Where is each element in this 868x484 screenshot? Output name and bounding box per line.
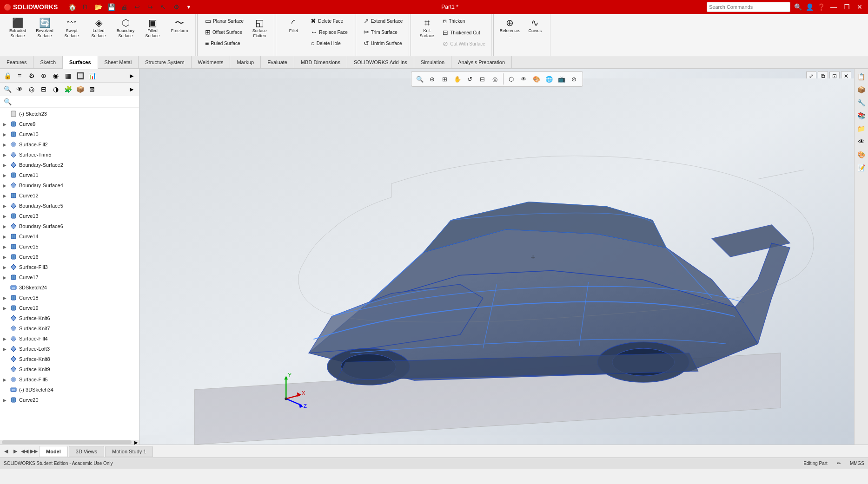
surface-flatten-button[interactable]: ◱ SurfaceFlatten: [248, 16, 271, 41]
btab-motion-study-1[interactable]: Motion Study 1: [105, 446, 153, 457]
tree-arrow-surface-loft3[interactable]: ▶: [3, 347, 9, 352]
rp-feature-palette[interactable]: 📋: [856, 71, 867, 82]
tree-item-surface-knit8[interactable]: Surface-Knit8: [1, 354, 138, 364]
filled-surface-button[interactable]: ▣ FilledSurface: [139, 16, 166, 41]
vp-zoom-in[interactable]: ⊕: [427, 73, 438, 85]
btab-nav2[interactable]: ◀◀: [20, 447, 29, 456]
search-icon[interactable]: 🔍: [794, 3, 802, 11]
lp-parts[interactable]: 🧩: [62, 84, 73, 95]
tree-arrow-curve20[interactable]: ▶: [3, 398, 9, 403]
boundary-surface-button[interactable]: ⬡ BoundarySurface: [113, 16, 139, 41]
lofted-surface-button[interactable]: ◈ LoftedSurface: [86, 16, 112, 41]
edit-icon[interactable]: ✏: [837, 461, 841, 466]
lp-filter-hide[interactable]: 👁: [14, 84, 25, 95]
tree-item-curve17[interactable]: ▶Curve17: [1, 272, 138, 282]
tree-arrow-curve9[interactable]: ▶: [3, 122, 9, 127]
vp-zoom-fit[interactable]: 🔍: [414, 73, 425, 85]
tab-evaluate[interactable]: Evaluate: [261, 56, 294, 69]
tree-arrow-curve15[interactable]: ▶: [3, 244, 9, 249]
untrim-surface-button[interactable]: ↺ Untrim Surface: [360, 38, 406, 48]
vp-display-style[interactable]: ⬡: [506, 73, 517, 85]
tree-item-boundary-surface5[interactable]: ▶Boundary-Surface5: [1, 201, 138, 211]
delete-hole-button[interactable]: ○ Delete Hole: [307, 38, 351, 48]
reference-button[interactable]: ⊕ Reference...: [498, 16, 522, 41]
lp-search[interactable]: 🔍: [2, 84, 13, 95]
vp-viewport-settings[interactable]: 📺: [556, 73, 567, 85]
tree-arrow-curve17[interactable]: ▶: [3, 275, 9, 280]
tree-item-curve9[interactable]: ▶Curve9: [1, 119, 138, 129]
restore-button[interactable]: ❐: [842, 2, 851, 12]
lp-isolate[interactable]: ◑: [50, 84, 61, 95]
close-button[interactable]: ✕: [855, 2, 864, 12]
tab-simulation[interactable]: Simulation: [414, 56, 451, 69]
tree-item-surface-knit7[interactable]: Surface-Knit7: [1, 323, 138, 334]
tree-arrow-surface-fill4[interactable]: ▶: [3, 336, 9, 341]
replace-face-button[interactable]: ↔ Replace Face: [307, 27, 351, 37]
tree-item-curve16[interactable]: ▶Curve16: [1, 252, 138, 262]
tab-sketch[interactable]: Sketch: [33, 56, 63, 69]
tb-new[interactable]: 🗋: [80, 2, 90, 12]
curves-button[interactable]: ∿ Curves: [523, 16, 547, 36]
tree-item-surface-knit6[interactable]: Surface-Knit6: [1, 313, 138, 323]
lp-property-manager[interactable]: ≡: [14, 70, 25, 81]
tree-item-curve13[interactable]: ▶Curve13: [1, 211, 138, 221]
offset-surface-button[interactable]: ⊞ Offset Surface: [202, 27, 247, 37]
vp-scene[interactable]: 🌐: [543, 73, 555, 85]
tree-arrow-curve19[interactable]: ▶: [3, 306, 9, 311]
tree-item-curve11[interactable]: ▶Curve11: [1, 170, 138, 180]
tree-arrow-boundary-surface2[interactable]: ▶: [3, 163, 9, 168]
tree-arrow-boundary-surface5[interactable]: ▶: [3, 203, 9, 209]
thicken-button[interactable]: ⧈ Thicken: [439, 16, 489, 26]
tree-item-3dsketch34[interactable]: 3D(-) 3DSketch34: [1, 385, 138, 395]
tree-item-sketch23[interactable]: (-) Sketch23: [1, 109, 138, 119]
revolved-surface-button[interactable]: 🔄 RevolvedSurface: [32, 16, 58, 41]
tree-item-surface-fill2[interactable]: ▶Surface-Fill2: [1, 139, 138, 150]
tree-item-3dsketch24[interactable]: 3D3DSketch24: [1, 282, 138, 293]
vp-hide-show[interactable]: 👁: [518, 73, 530, 85]
vp-pan[interactable]: ✋: [452, 73, 463, 85]
tree-arrow-curve13[interactable]: ▶: [3, 214, 9, 219]
tb-home[interactable]: 🏠: [67, 2, 77, 12]
help-icon[interactable]: ❓: [817, 3, 825, 11]
lp-filter-reference[interactable]: ◎: [26, 84, 37, 95]
tree-arrow-surface-fill2[interactable]: ▶: [3, 142, 9, 147]
lp-dim-expert[interactable]: ⊕: [38, 70, 49, 81]
tree-arrow-curve11[interactable]: ▶: [3, 173, 9, 178]
tree-item-surface-fill4[interactable]: ▶Surface-Fill4: [1, 334, 138, 344]
tree-arrow-curve16[interactable]: ▶: [3, 255, 9, 260]
extend-surface-button[interactable]: ↗ Extend Surface: [360, 16, 406, 26]
rp-view-palette[interactable]: 👁: [856, 136, 867, 147]
tree-arrow-surface-fill3[interactable]: ▶: [3, 265, 9, 270]
tb-undo[interactable]: ↩: [132, 2, 142, 12]
rp-task-pane[interactable]: 📦: [856, 84, 867, 95]
btab-nav3[interactable]: ▶▶: [30, 447, 38, 456]
tab-features[interactable]: Features: [0, 56, 33, 69]
search-input[interactable]: [707, 2, 790, 12]
trim-surface-button[interactable]: ✂ Trim Surface: [360, 27, 406, 37]
btab-nav1[interactable]: ▶: [11, 447, 20, 456]
tree-item-curve18[interactable]: ▶Curve18: [1, 293, 138, 303]
tb-redo[interactable]: ↪: [145, 2, 155, 12]
tree-item-curve10[interactable]: ▶Curve10: [1, 129, 138, 139]
horizontal-scrollbar[interactable]: ▶: [0, 440, 139, 445]
lp-config-manager[interactable]: ⚙: [26, 70, 37, 81]
tab-markup[interactable]: Markup: [230, 56, 261, 69]
vp-standard-views[interactable]: ⊟: [477, 73, 488, 85]
lp-expand[interactable]: ▶: [126, 70, 137, 81]
tree-item-boundary-surface2[interactable]: ▶Boundary-Surface2: [1, 160, 138, 170]
tree-item-curve14[interactable]: ▶Curve14: [1, 231, 138, 242]
scroll-right[interactable]: ▶: [133, 440, 139, 445]
tree-item-surface-fill5[interactable]: ▶Surface-Fill5: [1, 374, 138, 385]
tab-solidworks-addins[interactable]: SOLIDWORKS Add-Ins: [347, 56, 414, 69]
tree-arrow-curve18[interactable]: ▶: [3, 295, 9, 301]
tree-arrow-boundary-surface6[interactable]: ▶: [3, 224, 9, 229]
lp-solidworks-addins2[interactable]: 🔲: [74, 70, 86, 81]
delete-face-button[interactable]: ✖ Delete Face: [307, 16, 351, 26]
tab-structure-system[interactable]: Structure System: [139, 56, 191, 69]
tree-item-boundary-surface6[interactable]: ▶Boundary-Surface6: [1, 221, 138, 231]
vp-view-orient[interactable]: ◎: [490, 73, 501, 85]
tree-item-curve19[interactable]: ▶Curve19: [1, 303, 138, 313]
tree-arrow-curve14[interactable]: ▶: [3, 234, 9, 239]
lp-custom-properties[interactable]: ▦: [62, 70, 73, 81]
tab-surfaces[interactable]: Surfaces: [63, 56, 98, 69]
